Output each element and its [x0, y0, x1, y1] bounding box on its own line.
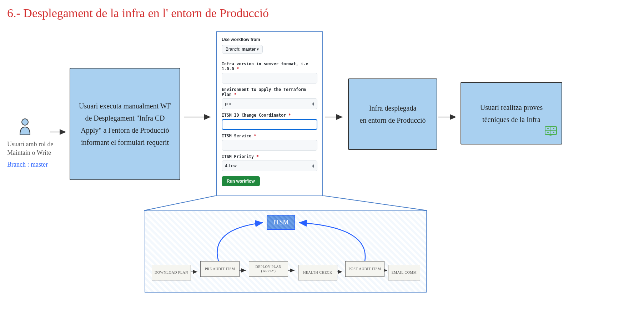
env-label: Environment to apply the Terraform Plan …	[222, 87, 317, 97]
caret-down-icon: ▾	[257, 47, 259, 52]
step-box-infra-deployed: Infra desplegadaen entorn de Producció	[348, 78, 437, 150]
svg-point-7	[553, 132, 554, 133]
svg-line-14	[144, 195, 217, 210]
itsm-priority-select[interactable]: 4-Low ▴▾	[222, 161, 317, 171]
arrow	[337, 269, 345, 275]
arrow	[384, 268, 389, 273]
select-arrows-icon: ▴▾	[312, 102, 314, 106]
itsm-id-label: ITSM ID Change Coordinator *	[222, 113, 317, 118]
user-role-label: Usuari amb rol de Maintain o Write	[7, 140, 54, 157]
pipeline-step: DOWNLOAD PLAN	[152, 265, 191, 280]
itsm-priority-label: ITSM Priority *	[222, 154, 317, 159]
branch-select[interactable]: Branch: master ▾	[222, 45, 263, 54]
infra-version-label: Infra version in semver format, i.e 1.0.…	[222, 61, 317, 71]
itsm-id-input[interactable]	[222, 119, 317, 130]
pipeline-step: EMAIL COMM	[388, 265, 420, 280]
env-select[interactable]: pro ▴▾	[222, 98, 317, 109]
team-icon	[544, 126, 557, 140]
arrow	[438, 113, 460, 121]
svg-point-0	[22, 119, 28, 125]
svg-point-6	[547, 132, 549, 133]
arrow	[240, 268, 249, 273]
form-heading: Use workflow from	[222, 37, 317, 42]
pipeline-panel: ITSM DOWNLOAD PLAN PRE AUDIT ITSM DEPLOY…	[145, 210, 427, 293]
svg-point-4	[547, 128, 549, 129]
select-arrows-icon: ▴▾	[312, 164, 314, 168]
svg-point-5	[553, 128, 554, 129]
arrow	[325, 113, 346, 121]
step-box-execute-wf: Usuari executa manualment WF de Desplega…	[70, 68, 180, 180]
run-workflow-button[interactable]: Run workflow	[222, 176, 260, 186]
step-box-user-tests: Usuari realitza provestècniques de la In…	[461, 82, 562, 144]
arrow	[191, 269, 200, 275]
arrow-to-itsm	[199, 218, 270, 265]
itsm-service-input[interactable]	[222, 140, 317, 151]
workflow-form: Use workflow from Branch: master ▾ Infra…	[216, 31, 323, 195]
diagram-title: 6.- Desplegament de la infra en l' entor…	[7, 6, 269, 20]
infra-version-input[interactable]	[222, 73, 317, 83]
svg-line-15	[322, 195, 427, 210]
user-icon	[18, 118, 54, 137]
arrow-from-itsm	[295, 218, 374, 265]
user-branch-label: Branch : master	[7, 161, 54, 168]
arrow	[288, 268, 297, 273]
arrow	[184, 113, 214, 121]
pipeline-step: HEALTH CHECK	[298, 265, 337, 280]
user-block: Usuari amb rol de Maintain o Write Branc…	[7, 118, 54, 168]
itsm-service-label: ITSM Service *	[222, 133, 317, 138]
itsm-box: ITSM	[267, 215, 295, 230]
connector-to-pipeline	[144, 195, 428, 211]
